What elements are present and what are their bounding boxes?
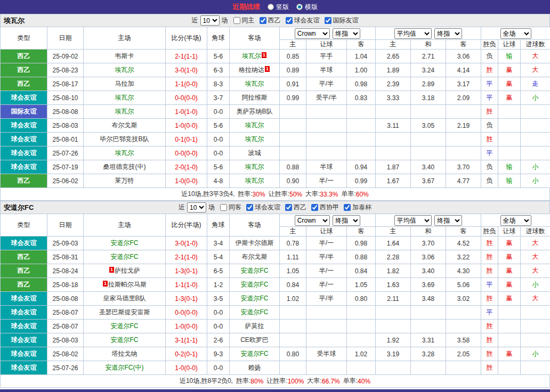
odds-away-cell <box>347 146 376 160</box>
filter-checkbox[interactable]: 西乙 <box>285 203 306 212</box>
goals-result-cell: 小 <box>521 160 550 174</box>
average-select[interactable]: 平均值 <box>394 28 432 39</box>
team-link[interactable]: 阿拉维斯 <box>242 94 268 101</box>
team-link[interactable]: 韦斯卡 <box>115 52 134 60</box>
match-count-select[interactable]: 10 <box>187 202 206 213</box>
team-link[interactable]: 塔拉戈纳 <box>112 350 138 357</box>
team-link[interactable]: 埃瓦尔 <box>245 121 264 129</box>
filter-checkbox[interactable]: 国际友谊 <box>325 16 359 25</box>
asian-stage-select[interactable]: 终指 <box>333 28 360 39</box>
col-odds-handicap: 让球 <box>306 40 347 50</box>
team-link[interactable]: 莱万特 <box>115 177 134 184</box>
match-count-select[interactable]: 10 <box>200 15 220 26</box>
team-link[interactable]: 皇家马德里B队 <box>103 295 145 302</box>
team-link[interactable]: 埃瓦尔 <box>245 80 264 87</box>
layout-option-horizontal[interactable]: 横版 <box>296 3 318 12</box>
filter-checkbox[interactable]: 西乙 <box>260 16 281 25</box>
result-cell: 胜 <box>481 105 498 119</box>
corner-cell: 3-4 <box>207 236 230 250</box>
team-link[interactable]: 奥萨苏纳B队 <box>236 108 272 115</box>
team-link[interactable]: 圣瑟巴斯提安雷斯 <box>99 308 150 316</box>
checkbox[interactable] <box>325 17 331 24</box>
checkbox[interactable] <box>311 204 318 211</box>
filter-checkbox[interactable]: 加泰杯 <box>344 203 371 212</box>
average-select[interactable]: 平均值 <box>394 215 432 226</box>
team-link[interactable]: 桑坦德竞技(中) <box>103 163 146 170</box>
team-link[interactable]: 伊斯卡尔德斯 <box>236 239 274 247</box>
handicap-result-cell <box>498 133 521 146</box>
scope-select[interactable]: 全场 <box>500 215 531 226</box>
team-link[interactable]: 毕尔巴鄂竞技B队 <box>100 135 149 143</box>
checkbox[interactable] <box>344 204 351 211</box>
filter-checkbox[interactable]: 西协甲 <box>311 203 339 212</box>
col-home: 主场 <box>84 214 166 236</box>
team-link[interactable]: 安道尔FC <box>241 350 269 357</box>
euro-stage-select[interactable]: 终指 <box>434 28 462 39</box>
filter-checkbox[interactable]: 同客 <box>220 203 241 212</box>
checkbox[interactable] <box>260 17 266 24</box>
radio-label: 横版 <box>305 3 318 12</box>
avg-away-cell: 3.22 <box>446 250 481 264</box>
checkbox[interactable] <box>220 204 227 211</box>
goals-result-cell <box>521 146 550 160</box>
team-link[interactable]: 安道尔FC(中) <box>106 364 144 371</box>
home-team-cell: 埃瓦尔 <box>84 63 166 77</box>
avg-away-cell <box>446 133 481 146</box>
team-link[interactable]: 埃瓦尔 <box>115 94 134 101</box>
team-link[interactable]: 埃瓦尔 <box>242 52 261 60</box>
team-link[interactable]: 安道尔FC <box>241 295 269 302</box>
team-link[interactable]: 安道尔FC <box>111 336 139 344</box>
summary-stat-value: 80% <box>250 378 263 385</box>
result-cell: 平 <box>481 146 498 160</box>
bookmaker-select[interactable]: Crown <box>295 215 330 226</box>
score-cell: 1-1(0-0) <box>166 77 207 91</box>
team-link[interactable]: 安道尔FC <box>111 239 139 247</box>
team-link[interactable]: 埃瓦尔 <box>245 177 264 184</box>
avg-away-cell: 5.06 <box>446 278 481 292</box>
team-link[interactable]: 赖扬 <box>248 364 261 371</box>
team-link[interactable]: 萨莫拉 <box>245 322 264 330</box>
team-link[interactable]: 拉斯帕尔马斯 <box>108 281 147 288</box>
scope-select[interactable]: 全场 <box>500 28 531 39</box>
filter-checkbox[interactable]: 球会友谊 <box>286 16 320 25</box>
euro-stage-select[interactable]: 终指 <box>434 215 462 226</box>
team-link[interactable]: CE欧罗巴 <box>240 336 269 344</box>
team-link[interactable]: 埃瓦尔 <box>115 66 134 74</box>
matches-table: 类型 日期 主场 比分(半场) 角球 客场 Crown 终指 平均值 终指 全场 <box>0 214 550 375</box>
checkbox[interactable] <box>285 204 292 211</box>
home-team-cell: 埃瓦尔 <box>84 91 166 105</box>
asian-stage-select[interactable]: 终指 <box>333 215 360 226</box>
team-link[interactable]: 萨拉戈萨 <box>115 267 140 274</box>
odds-away-cell: 1.02 <box>347 347 376 361</box>
team-link[interactable]: 埃瓦尔 <box>245 135 264 143</box>
team-link[interactable]: 埃瓦尔 <box>115 149 134 157</box>
handicap-cell <box>306 361 347 375</box>
team-link[interactable]: 埃瓦尔 <box>245 163 264 170</box>
filter-checkbox[interactable]: 球会友谊 <box>246 203 280 212</box>
match-row: 西乙25-08-17马拉加1-1(0-0)8-3埃瓦尔0.91平/半0.982.… <box>1 77 550 91</box>
team-link[interactable]: 马拉加 <box>115 80 134 87</box>
checkbox[interactable] <box>246 204 253 211</box>
team-link[interactable]: 安道尔FC <box>241 308 269 316</box>
away-team-cell: 埃瓦尔 <box>230 77 280 91</box>
filter-checkbox[interactable]: 同主 <box>233 16 255 25</box>
team-link[interactable]: 波城 <box>248 149 261 157</box>
checkbox[interactable] <box>233 17 240 24</box>
team-link[interactable]: 安道尔FC <box>111 253 139 260</box>
avg-away-cell <box>446 306 481 320</box>
match-row: 西乙25-08-23埃瓦尔3-0(1-0)6-3格拉纳达10.89半球1.001… <box>1 63 550 77</box>
col-corner: 角球 <box>207 27 230 50</box>
odds-away-cell: 0.98 <box>347 77 376 91</box>
team-link[interactable]: 安道尔FC <box>111 322 139 330</box>
team-link[interactable]: 布尔戈斯 <box>242 253 268 260</box>
team-link[interactable]: 安道尔FC <box>241 267 269 274</box>
team-link[interactable]: 格拉纳达 <box>239 66 264 74</box>
layout-option-vertical[interactable]: 竖版 <box>268 3 289 12</box>
team-link[interactable]: 布尔戈斯 <box>112 121 138 129</box>
summary-bar: 近10场,胜8平2负0,胜率:80%让胜率:100%大率:66.7%单率:40% <box>0 375 550 388</box>
handicap-cell: 平手 <box>306 50 347 63</box>
bookmaker-select[interactable]: Crown <box>295 28 330 39</box>
team-link[interactable]: 安道尔FC <box>241 281 269 288</box>
team-link[interactable]: 埃瓦尔 <box>115 108 134 115</box>
checkbox[interactable] <box>286 17 293 24</box>
